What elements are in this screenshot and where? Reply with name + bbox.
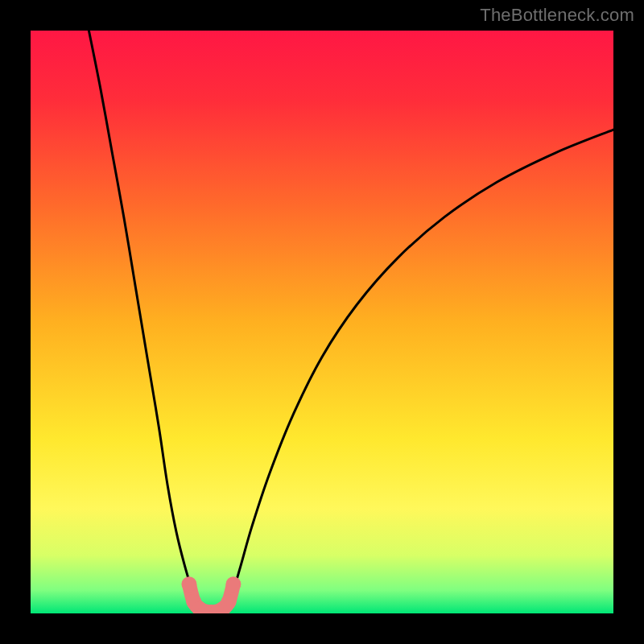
valley-dot [221, 594, 237, 609]
chart-frame: TheBottleneck.com [0, 0, 644, 644]
watermark-label: TheBottleneck.com [480, 5, 634, 26]
plot-area [31, 31, 613, 613]
chart-svg [31, 31, 613, 613]
valley-dot [225, 576, 241, 592]
gradient-background [31, 31, 613, 613]
valley-dot [181, 576, 196, 592]
